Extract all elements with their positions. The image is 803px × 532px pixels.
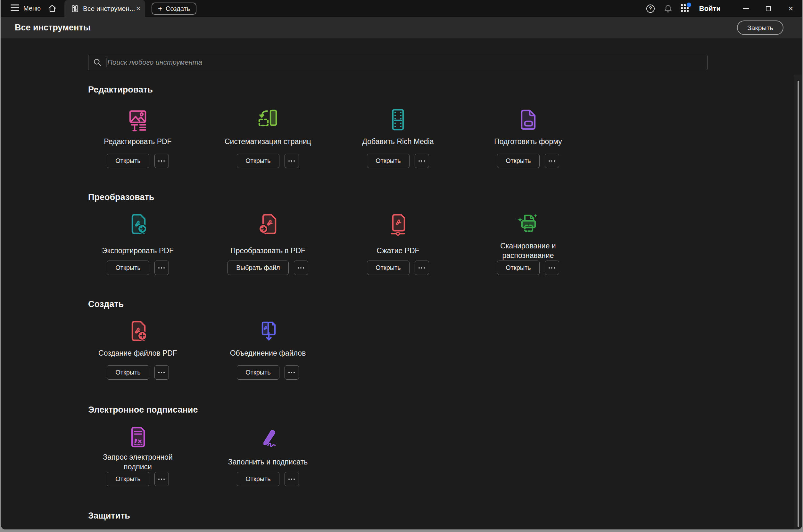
create-pdf-icon <box>126 319 150 343</box>
more-options-button[interactable] <box>154 261 169 275</box>
close-all-tools-button[interactable]: Закрыть <box>737 20 783 35</box>
open-button[interactable]: Открыть <box>107 365 149 380</box>
tool-card-prepare-form: Подготовить форму Открыть <box>463 95 593 168</box>
window-minimize-button[interactable] <box>735 0 757 17</box>
organize-pages-icon <box>256 108 280 132</box>
tab-title: Все инструмен... <box>83 5 135 13</box>
open-button[interactable]: Открыть <box>107 154 149 168</box>
tool-label: Добавить Rich Media <box>362 136 434 147</box>
open-button[interactable]: Открыть <box>497 261 540 275</box>
tool-label: Сканирование и распознавание <box>478 241 578 261</box>
request-signature-icon <box>126 425 150 450</box>
more-options-button[interactable] <box>415 154 429 168</box>
section-heading-create: Создать <box>88 299 802 309</box>
notification-dot <box>687 3 691 7</box>
open-button[interactable]: Открыть <box>237 154 279 168</box>
tool-label: Экспортировать PDF <box>102 241 174 261</box>
tab-close-icon[interactable]: ✕ <box>136 5 141 12</box>
search-input[interactable]: Поиск любого инструмента <box>88 55 708 70</box>
more-options-button[interactable] <box>285 154 299 168</box>
tool-card-fill-sign: Заполнить и подписать Открыть <box>203 415 333 486</box>
more-options-button[interactable] <box>154 154 169 168</box>
home-icon[interactable] <box>48 4 57 13</box>
tool-card-edit-pdf: Редактировать PDF Открыть <box>73 95 203 168</box>
search-placeholder: Поиск любого инструмента <box>107 58 202 66</box>
app-grid-icon[interactable] <box>681 4 690 13</box>
tool-label: Сжатие PDF <box>377 241 419 261</box>
export-pdf-icon <box>126 212 150 236</box>
section-heading-esign: Электронное подписание <box>88 405 802 415</box>
maximize-icon <box>766 6 771 11</box>
title-bar: Меню Все инструмен... ✕ + Создать <box>1 0 802 17</box>
window-close-button[interactable]: ✕ <box>780 0 802 17</box>
convert-to-pdf-icon <box>256 212 280 236</box>
notifications-bell-icon[interactable] <box>663 4 673 13</box>
tool-label: Запрос электронной подписи <box>88 452 187 472</box>
section-heading-edit: Редактировать <box>88 84 802 95</box>
tool-card-convert-to-pdf: Преобразовать в PDF Выбрать файл <box>203 203 333 275</box>
tool-card-create-pdf: Создание файлов PDF Открыть <box>73 309 203 380</box>
tool-label: Преобразовать в PDF <box>231 241 305 261</box>
section-heading-convert: Преобразовать <box>88 192 802 203</box>
open-button[interactable]: Открыть <box>367 261 409 275</box>
tool-card-compress-pdf: Сжатие PDF Открыть <box>333 203 463 275</box>
compress-pdf-icon <box>386 212 410 236</box>
open-button[interactable]: Открыть <box>237 472 279 486</box>
tool-label: Подготовить форму <box>494 136 562 147</box>
prepare-form-icon <box>516 108 540 132</box>
more-options-button[interactable] <box>285 472 299 486</box>
more-options-button[interactable] <box>294 261 308 275</box>
tool-label: Заполнить и подписать <box>228 452 308 472</box>
open-button[interactable]: Открыть <box>237 365 279 380</box>
more-options-button[interactable] <box>415 261 429 275</box>
combine-files-icon <box>256 319 280 343</box>
section-heading-protect: Защитить <box>88 511 802 521</box>
fill-sign-icon <box>256 425 280 450</box>
tool-card-organize-pages: Систематизация страниц Открыть <box>203 95 333 168</box>
close-icon: ✕ <box>788 5 794 13</box>
tab-all-tools[interactable]: Все инструмен... ✕ <box>65 0 145 17</box>
open-button[interactable]: Открыть <box>367 154 409 168</box>
more-options-button[interactable] <box>285 365 299 380</box>
tool-label: Систематизация страниц <box>225 136 311 147</box>
tools-icon <box>71 4 79 13</box>
choose-file-button[interactable]: Выбрать файл <box>227 261 289 275</box>
scrollbar-thumb[interactable] <box>798 81 799 527</box>
open-button[interactable]: Открыть <box>497 154 540 168</box>
tool-card-combine-files: Объединение файлов Открыть <box>203 309 333 380</box>
more-options-button[interactable] <box>154 472 169 486</box>
tool-card-export-pdf: Экспортировать PDF Открыть <box>73 203 203 275</box>
create-button-label: Создать <box>166 5 190 13</box>
help-icon[interactable]: ? <box>646 4 655 13</box>
window-maximize-button[interactable] <box>757 0 780 17</box>
tool-card-scan-ocr: Сканирование и распознавание Открыть <box>463 203 593 275</box>
all-tools-header: Все инструменты Закрыть <box>1 17 802 38</box>
tool-label: Редактировать PDF <box>104 136 171 147</box>
all-tools-content: Поиск любого инструмента Редактировать Р… <box>1 38 802 529</box>
create-button[interactable]: + Создать <box>151 3 197 15</box>
tool-label: Создание файлов PDF <box>98 348 177 359</box>
hamburger-menu-icon[interactable] <box>11 4 19 12</box>
scan-ocr-icon <box>516 212 540 236</box>
open-button[interactable]: Открыть <box>107 472 149 486</box>
app-window: Меню Все инструмен... ✕ + Создать <box>1 0 802 529</box>
search-icon <box>93 58 102 67</box>
open-button[interactable]: Открыть <box>107 261 149 275</box>
minimize-icon <box>743 8 749 9</box>
tool-card-request-signature: Запрос электронной подписи Открыть <box>73 415 203 486</box>
tool-card-rich-media: Добавить Rich Media Открыть <box>333 95 463 168</box>
tool-label: Объединение файлов <box>230 348 306 359</box>
more-options-button[interactable] <box>154 365 169 380</box>
more-options-button[interactable] <box>545 261 559 275</box>
plus-icon: + <box>158 5 162 13</box>
sign-in-button[interactable]: Войти <box>699 4 720 13</box>
text-cursor <box>106 58 106 67</box>
more-options-button[interactable] <box>545 154 559 168</box>
page-title: Все инструменты <box>15 23 91 33</box>
rich-media-icon <box>386 108 410 132</box>
menu-button[interactable]: Меню <box>23 5 41 12</box>
edit-pdf-icon <box>126 108 150 132</box>
